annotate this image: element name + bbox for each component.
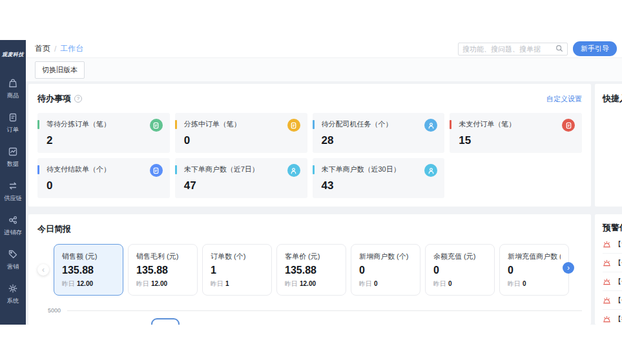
brief-card-order-count[interactable]: 订单数 (个) 1 昨日1: [202, 244, 272, 296]
todo-card-unpaid-orders[interactable]: 未支付订单（笔） 15: [450, 113, 582, 153]
sidebar-item-supply-chain[interactable]: 供应链: [3, 179, 23, 203]
search-input[interactable]: [462, 45, 555, 53]
carousel-left-icon[interactable]: ‹: [37, 264, 49, 276]
brief-card-gross-profit[interactable]: 销售毛利 (元) 135.88 昨日12.00: [128, 244, 198, 296]
help-icon[interactable]: ?: [74, 95, 82, 103]
brief-carousel: ‹ 销售额 (元) 135.88 昨日12.00 销售毛利 (元) 135.88…: [37, 244, 582, 296]
card-accent-bar: [37, 120, 39, 129]
order-icon: [6, 111, 19, 124]
brief-card-recharge-merchants[interactable]: 新增充值商户数 (个) 0 昨日0: [499, 244, 569, 296]
todo-card-sorting-in-progress[interactable]: 分拣中订单（笔） 0: [175, 113, 307, 153]
todo-card-pending-settlement[interactable]: 待支付结款单（个） 0: [37, 158, 170, 198]
brief-value: 135.88: [136, 265, 189, 276]
todo-card-no-order-30d[interactable]: 未下单商户数（近30日） 43: [313, 158, 445, 198]
todo-value: 2: [47, 134, 162, 147]
card-accent-bar: [313, 120, 315, 129]
merchant-icon: [424, 164, 437, 177]
brief-value: 0: [433, 265, 486, 276]
alert-item[interactable]: 【订单: [603, 235, 622, 254]
brief-chart: 5000: [37, 307, 582, 325]
todo-panel: 待办事项 ? 自定义设置 等待分拣订单（笔） 2: [28, 84, 591, 207]
document-icon: [150, 119, 163, 132]
breadcrumb-separator: /: [54, 45, 56, 54]
todo-value: 15: [459, 134, 574, 147]
carousel-right-icon[interactable]: ›: [563, 262, 574, 274]
alarm-icon: [603, 278, 611, 286]
brief-title: 今日简报: [37, 223, 71, 235]
alert-item[interactable]: 【保质: [603, 254, 622, 272]
brief-card-new-merchants[interactable]: 新增商户数 (个) 0 昨日0: [351, 244, 420, 296]
sidebar-item-marketing[interactable]: 营销: [6, 248, 19, 271]
brief-card-balance-recharge[interactable]: 余额充值 (元) 0 昨日0: [425, 244, 495, 296]
alert-item[interactable]: 【保质: [603, 291, 622, 310]
right-column: 快捷入口 预警信息 【订单: [595, 84, 622, 325]
brief-panel-head: 今日简报: [37, 223, 582, 235]
main-area: 首页 / 工作台 新手引导 切换旧版本: [26, 40, 622, 325]
brief-value: 0: [359, 265, 412, 276]
card-accent-bar: [450, 120, 451, 129]
breadcrumb-home[interactable]: 首页: [35, 43, 50, 54]
alert-panel: 预警信息 【订单 【保质: [595, 214, 622, 325]
daily-brief-panel: 今日简报 ‹ 销售额 (元) 135.88 昨日12.00 销售毛利 (元): [28, 214, 591, 325]
brief-value: 135.88: [62, 265, 115, 276]
quick-entry-panel: 快捷入口: [595, 84, 622, 207]
todo-card-waiting-sorting[interactable]: 等待分拣订单（笔） 2: [37, 113, 170, 153]
supply-chain-icon: [6, 179, 19, 192]
alarm-icon: [603, 296, 611, 305]
page: 观麦科技 商品 订单 数据: [0, 0, 622, 364]
sidebar-item-data[interactable]: 数据: [6, 145, 19, 168]
chart-tab-partial[interactable]: [151, 318, 180, 325]
beginner-guide-button[interactable]: 新手引导: [573, 41, 617, 56]
marketing-icon: [6, 248, 19, 261]
document-icon: [287, 119, 300, 132]
goods-icon: [6, 77, 19, 90]
todo-value: 0: [47, 179, 162, 192]
search-icon[interactable]: [555, 43, 563, 55]
card-accent-bar: [175, 120, 177, 129]
sidebar-item-orders[interactable]: 订单: [6, 111, 19, 134]
sidebar-item-goods[interactable]: 商品: [6, 77, 19, 100]
todo-value: 0: [184, 134, 300, 147]
alarm-icon: [603, 240, 611, 248]
brief-value: 0: [508, 265, 561, 276]
brief-card-avg-order[interactable]: 客单价 (元) 135.88 昨日12.00: [276, 244, 346, 296]
toolbar: 切换旧版本: [26, 58, 622, 81]
left-column: 待办事项 ? 自定义设置 等待分拣订单（笔） 2: [28, 84, 591, 325]
brief-value: 1: [211, 265, 264, 276]
todo-title: 待办事项: [37, 93, 71, 105]
document-icon: [150, 164, 163, 177]
card-accent-bar: [175, 165, 177, 174]
app-logo: 观麦科技: [2, 43, 24, 66]
alert-title: 预警信息: [603, 222, 622, 234]
todo-grid: 等待分拣订单（笔） 2 分拣中订单（笔）: [37, 113, 582, 198]
inventory-icon: [6, 214, 19, 227]
merchant-icon: [287, 164, 300, 177]
todo-card-no-order-7d[interactable]: 未下单商户数（近7日） 47: [175, 158, 307, 198]
card-accent-bar: [37, 165, 39, 174]
search-box[interactable]: [458, 43, 568, 56]
system-icon: [6, 282, 19, 295]
alarm-icon: [603, 315, 611, 323]
quick-entry-title: 快捷入口: [603, 93, 622, 105]
driver-icon: [424, 119, 437, 132]
top-header: 首页 / 工作台 新手引导: [26, 40, 622, 58]
app-window: 观麦科技 商品 订单 数据: [0, 40, 622, 325]
switch-old-version-button[interactable]: 切换旧版本: [35, 61, 85, 79]
sidebar-item-inventory[interactable]: 进销存: [3, 214, 23, 237]
todo-panel-head: 待办事项 ? 自定义设置: [37, 93, 582, 105]
brief-card-sales[interactable]: 销售额 (元) 135.88 昨日12.00: [54, 244, 123, 296]
todo-card-driver-tasks[interactable]: 待分配司机任务（个） 28: [313, 113, 445, 153]
data-icon: [6, 145, 19, 158]
alert-item[interactable]: 【保质: [603, 272, 622, 291]
gridline: [67, 310, 582, 311]
alert-list: 【订单 【保质 【保质: [603, 235, 622, 325]
header-right: 新手引导: [458, 41, 617, 56]
custom-settings-link[interactable]: 自定义设置: [546, 94, 582, 104]
sidebar: 观麦科技 商品 订单 数据: [0, 40, 26, 325]
todo-value: 28: [322, 134, 437, 147]
alert-item[interactable]: 【报价: [603, 310, 622, 325]
breadcrumb-workbench[interactable]: 工作台: [60, 43, 83, 54]
sidebar-item-system[interactable]: 系统: [6, 282, 19, 305]
content: 待办事项 ? 自定义设置 等待分拣订单（笔） 2: [26, 81, 622, 325]
document-icon: [562, 119, 575, 132]
